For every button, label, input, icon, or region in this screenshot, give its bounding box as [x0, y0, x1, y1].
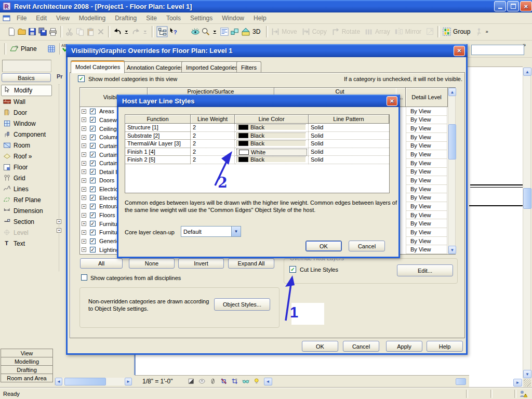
tree-expand-icon[interactable]: +: [82, 195, 86, 200]
tree-expand-icon[interactable]: +: [82, 135, 86, 140]
new-file-icon[interactable]: [7, 27, 16, 36]
sidebar-item-level[interactable]: Level: [1, 228, 52, 238]
host-layer-row[interactable]: Thermal/Air Layer [3] 2 Black Solid: [125, 140, 389, 148]
line-weight-cell[interactable]: 2: [191, 124, 235, 132]
menu-view[interactable]: View: [51, 13, 74, 23]
host-layer-row[interactable]: Finish 2 [5] 2 Black Solid: [125, 156, 389, 164]
tree-expand-icon[interactable]: +: [82, 247, 86, 252]
sidebar-item-ref-plane[interactable]: Ref Plane: [1, 195, 52, 205]
vg-table-vscrollbar[interactable]: ▲ ▼: [448, 88, 456, 254]
demolish-eye-icon[interactable]: [191, 27, 200, 36]
category-checkbox[interactable]: ✓: [90, 161, 96, 166]
host-layer-row[interactable]: Substrate [2] 2 Black Solid: [125, 132, 389, 140]
house-3d-icon[interactable]: 3D: [241, 26, 263, 37]
chevron-down-icon[interactable]: ▼: [231, 227, 241, 236]
tree-expand-icon[interactable]: +: [82, 213, 86, 218]
sidebar-item-floor[interactable]: Floor: [1, 162, 52, 172]
category-checkbox[interactable]: ✓: [90, 178, 96, 183]
undo-dropdown-icon[interactable]: [123, 28, 130, 35]
detail-level-cell[interactable]: By View: [406, 245, 447, 254]
move-icon[interactable]: Move: [271, 27, 300, 36]
detail-level-cell[interactable]: By View: [406, 168, 447, 177]
line-color-cell[interactable]: Black: [235, 132, 309, 140]
tree-expand-icon[interactable]: +: [82, 230, 86, 235]
scroll-down-arrow[interactable]: ▼: [523, 370, 531, 378]
open-folder-icon[interactable]: [17, 27, 26, 36]
host-close-icon[interactable]: ✕: [387, 96, 397, 106]
temporary-hide-glasses-icon[interactable]: [242, 378, 250, 385]
sidebar-item-text[interactable]: TText: [1, 238, 52, 249]
none-button[interactable]: None: [129, 258, 175, 269]
tree-expand-icon[interactable]: +: [82, 117, 86, 122]
view-scale[interactable]: 1/8" = 1'-0": [142, 378, 173, 385]
vg-apply-button[interactable]: Apply: [386, 341, 422, 352]
line-pattern-cell[interactable]: Solid: [309, 124, 389, 132]
copy-tool-icon[interactable]: Copy: [301, 27, 330, 36]
category-checkbox[interactable]: ✓: [90, 126, 96, 131]
array-icon[interactable]: Array: [364, 27, 393, 36]
save-all-icon[interactable]: [38, 27, 47, 36]
grid-icon[interactable]: [46, 43, 57, 55]
sidebar-item-wall[interactable]: Wall: [1, 97, 52, 107]
vg-dialog-titlebar[interactable]: Visibility/Graphic Overrides for Floor P…: [66, 44, 468, 57]
detail-level-cell[interactable]: By View: [406, 211, 447, 220]
detail-level-cell[interactable]: By View: [406, 176, 447, 185]
category-checkbox[interactable]: ✓: [90, 212, 96, 218]
line-pattern-cell[interactable]: Solid: [309, 156, 389, 164]
mirror-icon[interactable]: Mirror: [394, 27, 424, 36]
line-color-cell[interactable]: Black: [235, 156, 309, 164]
sidebar-item-roof[interactable]: Roof »: [1, 151, 52, 162]
copy-icon[interactable]: [75, 27, 85, 36]
edit-button[interactable]: Edit...: [397, 264, 453, 276]
sidebar-item-window[interactable]: Window: [1, 118, 52, 129]
detail-level-cell[interactable]: By View: [406, 185, 447, 194]
tree-expand-icon[interactable]: +: [82, 109, 86, 114]
tree-expand-icon[interactable]: +: [82, 169, 86, 174]
collapse-left-arrow-icon[interactable]: ◄: [264, 378, 272, 385]
vg-vscroll-thumb[interactable]: [448, 124, 456, 159]
zoom-magnifier-icon[interactable]: [201, 27, 210, 36]
tab-annotation-categories[interactable]: Annotation Categories: [122, 61, 188, 73]
host-ok-button[interactable]: OK: [305, 241, 342, 251]
menu-site[interactable]: Site: [141, 13, 162, 23]
shadow-toggle-icon[interactable]: [188, 378, 195, 385]
detail-level-icon[interactable]: [198, 378, 206, 385]
vg-close-icon[interactable]: ✕: [454, 46, 465, 56]
pb-hscrollbar[interactable]: ◄ ►: [55, 378, 131, 385]
menu-tools[interactable]: Tools: [162, 13, 185, 23]
tree-expand-icon[interactable]: +: [82, 161, 86, 166]
category-checkbox[interactable]: ✓: [90, 143, 96, 149]
sidebar-item-component[interactable]: Component: [1, 129, 52, 140]
redo-dropdown-icon[interactable]: [142, 28, 149, 35]
thin-lines-icon[interactable]: [209, 378, 217, 385]
sidebar-item-grid[interactable]: Grid: [1, 173, 52, 183]
detail-level-cell[interactable]: By View: [406, 202, 447, 211]
tree-expand-icon[interactable]: +: [82, 126, 86, 131]
detail-level-cell[interactable]: By View: [406, 107, 447, 116]
tree-expand-icon[interactable]: +: [57, 219, 61, 224]
host-layer-row[interactable]: Structure [1] 2 Black Solid: [125, 124, 389, 132]
tree-expand-icon[interactable]: +: [82, 221, 86, 226]
design-bar-tab-room-and-area[interactable]: Room and Area: [1, 374, 53, 382]
resize-grip[interactable]: [524, 379, 531, 387]
print-icon[interactable]: [48, 27, 58, 36]
detail-level-cell[interactable]: By View: [406, 237, 447, 246]
object-styles-button[interactable]: Object Styles...: [214, 298, 270, 311]
line-color-cell[interactable]: White: [235, 148, 309, 156]
pin-icon[interactable]: [474, 27, 484, 36]
resize-icon[interactable]: [425, 27, 435, 36]
detail-level-cell[interactable]: By View: [406, 193, 447, 202]
drawing-canvas-bottom[interactable]: [134, 355, 469, 375]
detail-level-cell[interactable]: By View: [406, 228, 447, 237]
menu-modelling[interactable]: Modelling: [74, 13, 110, 23]
invert-button[interactable]: Invert: [178, 258, 224, 269]
vg-ok-button[interactable]: OK: [302, 341, 338, 352]
tab-filters[interactable]: Filters: [236, 61, 261, 73]
help-pointer-icon[interactable]: ?: [169, 27, 178, 36]
line-weight-cell[interactable]: 2: [191, 140, 235, 148]
sidebar-item-door[interactable]: Door: [1, 108, 52, 118]
show-model-categories-checkbox[interactable]: ✓: [78, 75, 85, 82]
scroll-right-arrow[interactable]: ►: [125, 378, 132, 385]
crop-visibility-icon[interactable]: [231, 378, 239, 385]
vscroll-thumb[interactable]: [523, 188, 531, 209]
